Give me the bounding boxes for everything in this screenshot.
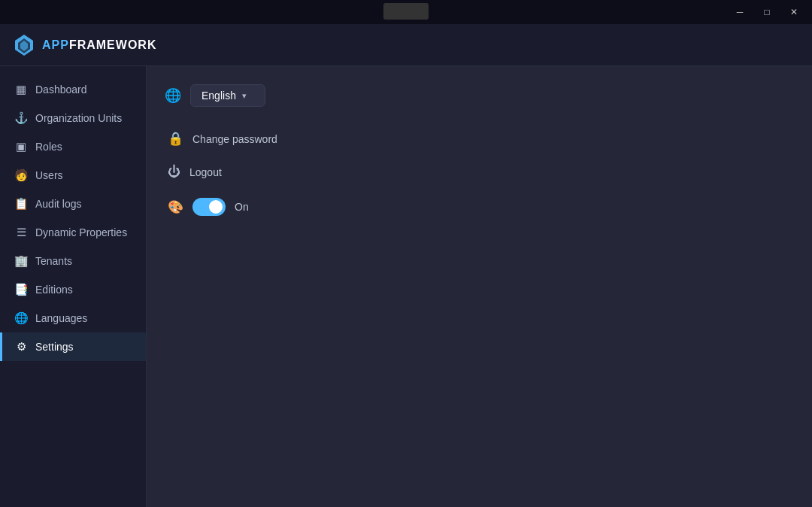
sidebar-item-label-languages: Languages xyxy=(35,312,87,324)
title-bar-window-label xyxy=(383,3,429,20)
sidebar-item-label-dynamic-properties: Dynamic Properties xyxy=(35,226,127,238)
sidebar-item-organization-units[interactable]: ⚓Organization Units xyxy=(0,104,146,132)
sidebar-item-label-audit-logs: Audit logs xyxy=(35,198,81,210)
dashboard-icon: ▦ xyxy=(14,83,28,96)
theme-toggle[interactable] xyxy=(192,198,226,216)
app-logo-app: APP xyxy=(42,38,69,51)
app-container: APPFRAMEWORK ▦Dashboard⚓Organization Uni… xyxy=(0,24,812,507)
sidebar-item-audit-logs[interactable]: 📋Audit logs xyxy=(0,190,146,218)
sidebar-item-label-roles: Roles xyxy=(35,141,62,153)
sidebar-item-dynamic-properties[interactable]: ☰Dynamic Properties xyxy=(0,218,146,247)
close-button[interactable]: ✕ xyxy=(782,2,806,23)
main-content: ▦Dashboard⚓Organization Units▣Roles🧑User… xyxy=(0,66,812,507)
editions-icon: 📑 xyxy=(14,283,28,296)
app-header: APPFRAMEWORK xyxy=(0,24,812,66)
minimize-button[interactable]: ─ xyxy=(728,2,752,23)
toggle-label: On xyxy=(235,201,249,213)
language-globe-icon: 🌐 xyxy=(165,87,181,104)
sidebar-item-label-settings: Settings xyxy=(35,341,74,353)
settings-icon: ⚙ xyxy=(14,340,28,354)
dynamic-properties-icon: ☰ xyxy=(14,226,28,239)
title-bar-controls: ─ □ ✕ xyxy=(728,2,806,23)
app-logo-icon xyxy=(12,33,36,57)
power-icon: ⏻ xyxy=(168,165,180,180)
toggle-row: 🎨 On xyxy=(165,189,794,225)
roles-icon: ▣ xyxy=(14,140,28,153)
logout-label: Logout xyxy=(189,166,222,178)
change-password-item[interactable]: 🔒 Change password xyxy=(165,122,794,156)
sidebar-item-languages[interactable]: 🌐Languages xyxy=(0,304,146,332)
lock-icon: 🔒 xyxy=(168,131,183,147)
sidebar-item-users[interactable]: 🧑Users xyxy=(0,161,146,190)
sidebar-item-label-dashboard: Dashboard xyxy=(35,83,87,96)
sidebar-item-label-tenants: Tenants xyxy=(35,255,72,267)
toggle-knob xyxy=(209,200,223,214)
audit-logs-icon: 📋 xyxy=(14,197,28,211)
change-password-label: Change password xyxy=(192,133,277,145)
sidebar-item-label-organization-units: Organization Units xyxy=(35,112,122,124)
sidebar-item-settings[interactable]: ⚙Settings xyxy=(0,332,146,361)
organization-units-icon: ⚓ xyxy=(14,111,28,125)
app-logo-framework: FRAMEWORK xyxy=(69,38,157,51)
maximize-button[interactable]: □ xyxy=(755,2,779,23)
sidebar-item-label-users: Users xyxy=(35,169,63,181)
sidebar-item-editions[interactable]: 📑Editions xyxy=(0,275,146,304)
tenants-icon: 🏢 xyxy=(14,254,28,268)
sidebar-item-roles[interactable]: ▣Roles xyxy=(0,132,146,161)
chevron-down-icon: ▾ xyxy=(242,91,247,101)
sidebar: ▦Dashboard⚓Organization Units▣Roles🧑User… xyxy=(0,66,147,507)
language-value: English xyxy=(201,90,236,102)
language-row: 🌐 English ▾ xyxy=(165,84,794,107)
sidebar-item-dashboard[interactable]: ▦Dashboard xyxy=(0,75,146,104)
language-dropdown[interactable]: English ▾ xyxy=(190,84,265,107)
sidebar-item-label-editions: Editions xyxy=(35,284,73,296)
content-area: 🌐 English ▾ 🔒 Change password ⏻ Logout 🎨 xyxy=(147,66,812,507)
users-icon: 🧑 xyxy=(14,168,28,182)
theme-icon: 🎨 xyxy=(168,199,183,215)
languages-icon: 🌐 xyxy=(14,311,28,325)
title-bar: ─ □ ✕ xyxy=(0,0,812,24)
app-logo-text: APPFRAMEWORK xyxy=(42,38,156,52)
sidebar-item-tenants[interactable]: 🏢Tenants xyxy=(0,247,146,275)
app-logo: APPFRAMEWORK xyxy=(12,33,156,57)
logout-item[interactable]: ⏻ Logout xyxy=(165,156,794,189)
